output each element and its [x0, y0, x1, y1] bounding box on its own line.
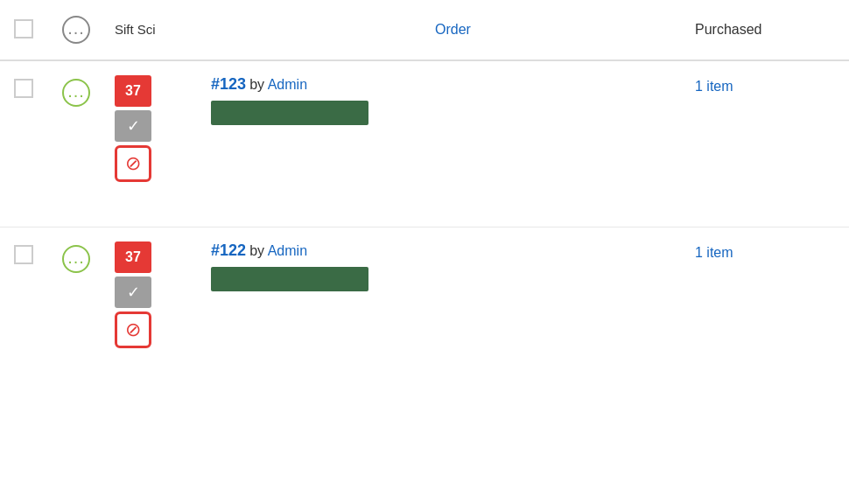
row1-purchased-col: 1 item [695, 75, 835, 94]
row2-order-by: by [249, 243, 267, 258]
row2-badge-cancel[interactable]: ⊘ [115, 312, 151, 348]
row2-purchased-value: 1 item [695, 245, 733, 260]
row1-checkbox[interactable] [14, 79, 33, 98]
row2-actions-button[interactable]: ··· [62, 245, 90, 273]
row1-order-admin[interactable]: Admin [268, 77, 307, 92]
row1-order-line: #123 by Admin [211, 75, 695, 94]
header-purchased-col: Purchased [695, 22, 835, 38]
header-purchased-label: Purchased [695, 22, 762, 37]
header-actions-col: ··· [62, 16, 115, 44]
row2-order-number[interactable]: #122 [211, 242, 246, 259]
cancel-icon: ⊘ [125, 152, 141, 175]
row1-badge-cancel[interactable]: ⊘ [115, 145, 151, 182]
row1-purchased-value: 1 item [695, 79, 733, 94]
header-checkbox-col [14, 19, 62, 41]
header-order-label[interactable]: Order [435, 22, 471, 37]
row2-order-line: #122 by Admin [211, 242, 695, 260]
orders-table: ··· Sift Sci Order Purchased ··· 37 ✓ [0, 0, 849, 504]
row2-order-bar [211, 267, 368, 291]
header-sift-label: Sift Sci [115, 22, 156, 37]
row2-order-admin[interactable]: Admin [268, 243, 307, 258]
row2-actions-col: ··· [62, 242, 115, 273]
header-order-col: Order [185, 22, 695, 38]
row2-badge-col: 37 ✓ ⊘ [115, 242, 185, 348]
row1-order-bar [211, 101, 368, 125]
row1-badge-col: 37 ✓ ⊘ [115, 75, 185, 182]
row1-order-number[interactable]: #123 [211, 75, 246, 93]
table-header-row: ··· Sift Sci Order Purchased [0, 0, 849, 61]
row1-order-by: by [249, 77, 267, 92]
row1-actions-button[interactable]: ··· [62, 79, 90, 107]
row2-checkbox-col [14, 242, 62, 264]
row2-order-col: #122 by Admin [185, 242, 695, 291]
table-row: ··· 37 ✓ ⊘ #122 by Admin 1 item [0, 228, 849, 394]
check-icon: ✓ [127, 116, 140, 136]
row1-checkbox-col [14, 75, 62, 98]
row2-checkbox[interactable] [14, 245, 33, 264]
cancel-icon: ⊘ [125, 318, 141, 341]
row2-badge-check[interactable]: ✓ [115, 276, 151, 308]
row2-badge-number[interactable]: 37 [115, 242, 151, 273]
row1-actions-col: ··· [62, 75, 115, 107]
row1-badge-check[interactable]: ✓ [115, 110, 151, 142]
header-actions-icon: ··· [62, 16, 90, 44]
row1-badge-number[interactable]: 37 [115, 75, 151, 107]
row2-purchased-col: 1 item [695, 242, 835, 261]
check-icon: ✓ [127, 283, 140, 302]
header-sift-col: Sift Sci [115, 21, 185, 38]
row1-order-col: #123 by Admin [185, 75, 695, 125]
select-all-checkbox[interactable] [14, 19, 33, 38]
table-row: ··· 37 ✓ ⊘ #123 by Admin 1 item [0, 61, 849, 228]
